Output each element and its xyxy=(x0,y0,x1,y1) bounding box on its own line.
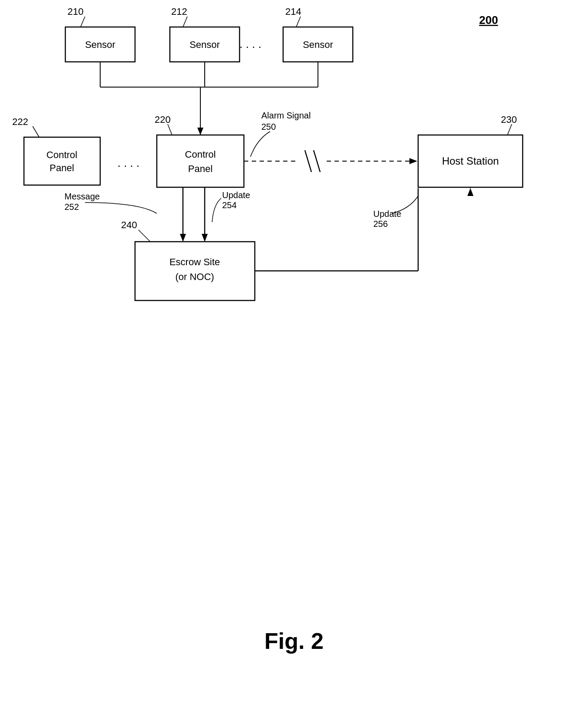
alarm-signal-label: Alarm Signal xyxy=(261,111,311,120)
ref-230: 230 xyxy=(501,114,517,125)
host-station-label: Host Station xyxy=(442,155,499,167)
alarm-signal-num: 250 xyxy=(261,122,276,132)
sensor1-label: Sensor xyxy=(85,39,115,50)
message-label: Message xyxy=(64,192,100,201)
update254-label: Update xyxy=(222,190,250,200)
update254-num: 254 xyxy=(222,200,237,210)
message-num: 252 xyxy=(64,202,79,212)
update256-label: Update xyxy=(373,209,402,219)
cp-ellipsis: . . . . xyxy=(118,156,140,169)
ref-200-label: 200 xyxy=(479,14,498,27)
sensor2-label: Sensor xyxy=(189,39,220,50)
ref-220: 220 xyxy=(155,114,171,125)
control-panel2-label-line2: Panel xyxy=(188,163,213,174)
escrow-site-label-line2: (or NOC) xyxy=(175,271,214,282)
escrow-site-label-line1: Escrow Site xyxy=(169,256,220,267)
control-panel2-label-line1: Control xyxy=(185,149,216,160)
sensor-ellipsis: . . . . xyxy=(240,37,262,51)
control-panel2-box xyxy=(157,135,244,187)
ref-222: 222 xyxy=(12,116,28,127)
svg-rect-0 xyxy=(0,0,588,702)
ref-212: 212 xyxy=(171,6,187,17)
control-panel1-label-line1: Control xyxy=(47,149,78,160)
control-panel1-label-line2: Panel xyxy=(50,162,74,173)
update256-num: 256 xyxy=(373,219,388,229)
ref-210: 210 xyxy=(68,6,84,17)
sensor3-label: Sensor xyxy=(303,39,333,50)
ref-240: 240 xyxy=(121,219,137,230)
ref-214: 214 xyxy=(285,6,301,17)
fig-caption: Fig. 2 xyxy=(264,628,324,654)
control-panel1-box xyxy=(24,137,100,185)
